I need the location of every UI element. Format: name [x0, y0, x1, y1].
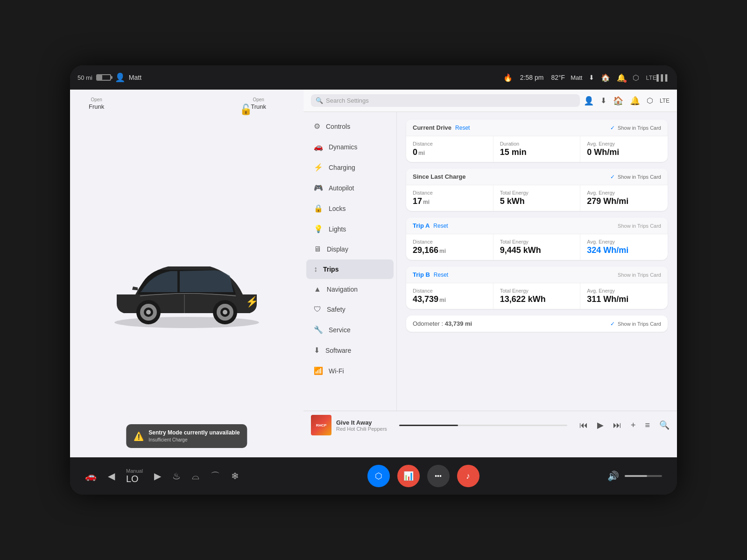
more-btn[interactable]: ••• — [427, 465, 450, 487]
music-title: Give It Away — [336, 419, 387, 426]
music-info: RHCP Give It Away Red Hot Chili Peppers … — [311, 415, 669, 435]
add-button[interactable]: + — [631, 420, 636, 430]
status-bar: 50 mi 👤 Matt 🔥 2:58 pm 82°F Matt ⬇ 🏠 🔔 ⬡… — [70, 65, 677, 90]
ta-total-energy: Total Energy 9,445 kWh — [493, 234, 581, 260]
user-icon[interactable]: 👤 — [584, 96, 594, 106]
signal-icon: LTE▌▌▌ — [646, 74, 669, 81]
fan-label: Manual — [126, 468, 143, 474]
odometer-row: Odometer : 43,739 mi ✓ Show in Trips Car… — [406, 315, 668, 332]
current-duration: Duration 15 min — [493, 136, 581, 162]
current-drive-section: Current Drive Reset ✓ Show in Trips Card… — [406, 119, 668, 162]
prev-button[interactable]: ⏮ — [579, 420, 588, 430]
music-note-icon: ♪ — [466, 471, 470, 481]
odometer-info: Odometer : 43,739 mi — [413, 320, 472, 327]
wiper-icon[interactable]: ⌓ — [192, 471, 199, 482]
home-icon: 🏠 — [601, 73, 610, 82]
trip-a-show-trips[interactable]: Show in Trips Card — [618, 223, 661, 229]
current-distance: Distance 0mi — [406, 136, 493, 162]
car-svg: ⚡ — [98, 231, 275, 334]
svg-point-8 — [223, 310, 227, 315]
autopilot-icon: 🎮 — [314, 183, 323, 192]
user-name-left: Matt — [129, 74, 141, 81]
trips-icon: ↕ — [314, 265, 317, 273]
nav-wifi[interactable]: 📶 Wi-Fi — [306, 361, 394, 381]
play-button[interactable]: ▶ — [597, 420, 604, 430]
current-drive-title: Current Drive — [413, 124, 451, 131]
trip-a-header: Trip A Reset Show in Trips Card — [406, 217, 668, 234]
next-bottom-btn[interactable]: ▶ — [154, 470, 161, 482]
tb-total-energy: Total Energy 13,622 kWh — [493, 283, 581, 309]
ta-avg-energy: Avg. Energy 324 Wh/mi — [580, 234, 668, 260]
nav-dynamics[interactable]: 🚗 Dynamics — [306, 137, 394, 157]
music-player: RHCP Give It Away Red Hot Chili Peppers … — [303, 411, 677, 457]
download-icon-header[interactable]: ⬇ — [600, 96, 606, 105]
music-app-btn[interactable]: ♪ — [457, 465, 479, 487]
current-drive-header: Current Drive Reset ✓ Show in Trips Card — [406, 119, 668, 136]
nav-navigation[interactable]: ▲ Navigation — [306, 280, 394, 299]
car-bottom-icon[interactable]: 🚗 — [85, 470, 97, 482]
settings-body: ⚙ Controls 🚗 Dynamics ⚡ Charging 🎮 Autop… — [303, 112, 677, 411]
nav-locks[interactable]: 🔒 Locks — [306, 198, 394, 218]
home-icon-header[interactable]: 🏠 — [613, 96, 623, 106]
nav-display[interactable]: 🖥 Display — [306, 239, 394, 259]
trip-a-reset[interactable]: Reset — [433, 223, 448, 229]
trip-b-title: Trip B — [413, 271, 430, 278]
next-button[interactable]: ⏭ — [613, 420, 621, 430]
bottom-left: 🚗 ◀ Manual LO ▶ ♨ ⌓ ⌒ ❄ — [85, 468, 239, 484]
prev-bottom-btn[interactable]: ◀ — [108, 470, 115, 482]
nav-software[interactable]: ⬇ Software — [306, 340, 394, 360]
status-bar-center: 🔥 2:58 pm 82°F — [503, 73, 565, 82]
profile-icon: 👤 — [115, 72, 125, 83]
search-wrapper[interactable]: 🔍 Search Settings — [311, 94, 580, 107]
software-icon: ⬇ — [314, 346, 320, 355]
defrost-icon[interactable]: ❄ — [231, 470, 239, 482]
nav-safety[interactable]: 🛡 Safety — [306, 300, 394, 319]
progress-fill — [399, 425, 458, 426]
equalizer-icon[interactable]: ≡ — [645, 420, 650, 430]
rear-wiper-icon[interactable]: ⌒ — [211, 470, 220, 483]
nav-lights[interactable]: 💡 Lights — [306, 219, 394, 239]
slc-distance: Distance 17mi — [406, 185, 493, 211]
trip-b-show-trips[interactable]: Show in Trips Card — [618, 272, 661, 278]
trip-b-reset[interactable]: Reset — [434, 272, 448, 278]
volume-icon[interactable]: 🔊 — [607, 470, 619, 482]
battery-icon — [96, 74, 111, 81]
nav-trips[interactable]: ↕ Trips — [306, 259, 394, 279]
nav-autopilot[interactable]: 🎮 Autopilot — [306, 178, 394, 198]
nav-controls[interactable]: ⚙ Controls — [306, 116, 394, 136]
tb-distance: Distance 43,739mi — [406, 283, 493, 309]
since-last-charge-show-trips[interactable]: ✓ Show in Trips Card — [610, 174, 661, 180]
current-drive-check: ✓ — [610, 125, 615, 131]
progress-bar[interactable] — [399, 425, 567, 426]
odometer-check: ✓ — [610, 321, 615, 327]
search-music-button[interactable]: 🔍 — [659, 420, 669, 430]
safety-icon: 🛡 — [314, 305, 321, 314]
car-actions: Open Frunk Open Trunk — [70, 90, 303, 118]
music-bars-btn[interactable]: 📊 — [397, 465, 420, 487]
svg-point-0 — [114, 317, 259, 328]
svg-point-4 — [146, 310, 151, 315]
settings-nav: ⚙ Controls 🚗 Dynamics ⚡ Charging 🎮 Autop… — [303, 112, 397, 411]
battery-level: 50 mi — [78, 74, 92, 81]
trip-a-title: Trip A — [413, 222, 430, 229]
current-drive-show-trips[interactable]: ✓ Show in Trips Card — [610, 125, 661, 131]
music-details: Give It Away Red Hot Chili Peppers — [336, 419, 387, 432]
more-icon: ••• — [435, 472, 442, 480]
heat-icon[interactable]: ♨ — [172, 470, 181, 482]
bottom-center: ⬡ 📊 ••• ♪ — [367, 465, 479, 487]
nav-charging[interactable]: ⚡ Charging — [306, 157, 394, 177]
controls-icon: ⚙ — [314, 122, 320, 131]
bluetooth-btn[interactable]: ⬡ — [367, 465, 390, 487]
frunk-button[interactable]: Open Frunk — [89, 97, 104, 110]
odometer-show-trips[interactable]: ✓ Show in Trips Card — [610, 321, 661, 327]
bell-icon-header[interactable]: 🔔 — [630, 96, 640, 106]
current-drive-reset[interactable]: Reset — [455, 125, 470, 131]
fan-value: LO — [126, 474, 143, 484]
trunk-button[interactable]: Open Trunk — [251, 97, 266, 110]
nav-service[interactable]: 🔧 Service — [306, 320, 394, 340]
charging-icon: ⚡ — [314, 163, 323, 172]
volume-slider[interactable] — [625, 475, 662, 477]
slc-avg-energy: Avg. Energy 279 Wh/mi — [580, 185, 668, 211]
settings-panel: 🔍 Search Settings 👤 ⬇ 🏠 🔔 ⬡ LTE ⚙ — [303, 90, 677, 457]
bt-icon-header[interactable]: ⬡ — [647, 96, 653, 105]
